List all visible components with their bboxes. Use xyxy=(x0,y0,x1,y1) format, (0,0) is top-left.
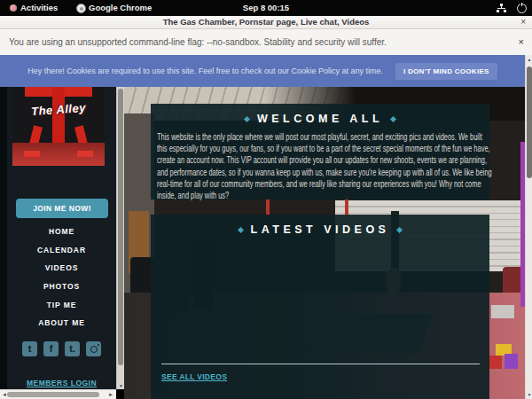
sidebar: The Alley JOIN ME NOW! HOME CALENDAR VID… xyxy=(0,87,116,389)
site-logo[interactable]: The Alley xyxy=(12,87,105,166)
welcome-heading: WELCOME ALL xyxy=(151,104,489,125)
facebook-icon[interactable]: f xyxy=(43,341,59,356)
tumblr-icon[interactable]: t. xyxy=(65,341,80,356)
chrome-infobar: You are using an unsupported command-lin… xyxy=(0,29,532,56)
cookie-message: Hey there! Cookies are required to use t… xyxy=(27,66,383,75)
sparkle-icon xyxy=(396,226,403,232)
nav-item-calendar[interactable]: CALENDAR xyxy=(7,241,116,260)
cookie-consent-bar: Hey there! Cookies are required to use t… xyxy=(0,55,525,87)
sidebar-nav: HOME CALENDAR VIDEOS PHOTOS TIP ME ABOUT… xyxy=(7,223,116,332)
nav-item-photos[interactable]: PHOTOS xyxy=(7,278,116,296)
background-gift-box xyxy=(488,356,502,369)
social-links: t f t. xyxy=(7,341,116,356)
latest-videos-heading: LATEST VIDEOS xyxy=(151,215,489,236)
twitter-icon[interactable]: t xyxy=(22,341,37,356)
latest-videos-section: LATEST VIDEOS SEE ALL VIDEOS xyxy=(151,215,489,399)
page-vertical-scrollbar[interactable]: ▲ ▼ xyxy=(525,55,532,399)
sidebar-panel: The Alley JOIN ME NOW! HOME CALENDAR VID… xyxy=(7,87,116,389)
background-box xyxy=(491,305,514,318)
background-gift-box xyxy=(505,354,518,369)
nav-item-home[interactable]: HOME xyxy=(7,223,116,241)
section-divider xyxy=(161,364,480,364)
network-icon xyxy=(497,4,506,12)
nav-item-tip-me[interactable]: TIP ME xyxy=(7,296,116,315)
system-top-bar: Activities Google Chrome Sep 8 00:15 xyxy=(0,0,532,16)
window-titlebar[interactable]: The Gas Chamber, Pornstar page, Live cha… xyxy=(0,16,532,29)
join-me-now-button[interactable]: JOIN ME NOW! xyxy=(16,199,108,218)
sidebar-horizontal-scrollbar[interactable]: ◄ ► xyxy=(0,389,116,399)
nav-item-videos[interactable]: VIDEOS xyxy=(7,259,116,278)
accept-cookies-button[interactable]: I DON'T MIND COOKIES xyxy=(395,63,497,80)
latest-videos-title: LATEST VIDEOS xyxy=(251,223,390,236)
instagram-icon[interactable] xyxy=(86,341,101,356)
see-all-videos-link[interactable]: SEE ALL VIDEOS xyxy=(161,372,227,381)
scroll-right-icon[interactable]: ► xyxy=(108,390,113,399)
scroll-up-icon[interactable]: ▲ xyxy=(526,57,532,62)
scroll-down-icon[interactable]: ▼ xyxy=(526,392,532,397)
scrollbar-thumb[interactable] xyxy=(7,392,99,397)
scrollbar-thumb[interactable] xyxy=(118,89,123,365)
power-icon xyxy=(517,4,527,13)
welcome-section: WELCOME ALL This website is the only pla… xyxy=(151,104,489,200)
welcome-text: This website is the only place where we … xyxy=(157,131,492,201)
sparkle-icon xyxy=(238,226,244,232)
sparkle-icon xyxy=(390,115,396,121)
logo-frame-foot xyxy=(77,151,93,157)
main-content: WELCOME ALL This website is the only pla… xyxy=(124,87,525,399)
infobar-message: You are using an unsupported command-lin… xyxy=(9,29,387,55)
members-login-link[interactable]: MEMBERS LOGIN xyxy=(7,379,116,387)
nav-item-about-me[interactable]: ABOUT ME xyxy=(7,314,116,332)
sparkle-icon xyxy=(244,115,250,121)
clock[interactable]: Sep 8 00:15 xyxy=(0,0,532,16)
window-title: The Gas Chamber, Pornstar page, Live cha… xyxy=(163,17,370,27)
logo-frame-foot xyxy=(24,151,40,157)
welcome-title: WELCOME ALL xyxy=(257,113,383,125)
infobar-close-icon[interactable]: × xyxy=(519,29,524,55)
system-tray[interactable] xyxy=(497,0,527,16)
background-candle xyxy=(266,200,270,215)
logo-frame-post xyxy=(52,87,65,148)
window-close-icon[interactable]: × xyxy=(520,16,526,27)
scrollbar-thumb[interactable] xyxy=(527,66,532,178)
